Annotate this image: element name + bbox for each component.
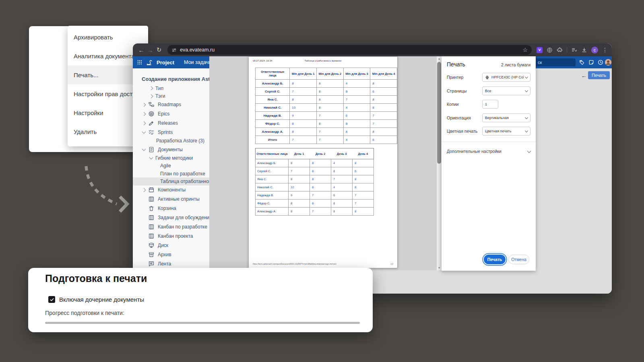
sidebar-item[interactable]: Epics (133, 109, 209, 119)
chevron-right-icon[interactable] (149, 94, 153, 98)
table-row: Александр Б.8848 (256, 159, 374, 167)
sidebar-item[interactable]: Releases (133, 119, 209, 128)
chevron-right-icon[interactable] (149, 86, 153, 90)
table-header-cell: День 2 (310, 148, 331, 159)
sidebar-item-label: Лента (158, 261, 171, 267)
browser-reload-button[interactable]: ↻ (155, 46, 163, 53)
app-grid-icon[interactable] (137, 60, 142, 65)
sidebar-item-label: Канбан по разработке (158, 224, 207, 230)
sidebar-item[interactable]: Гибкие методики (133, 154, 209, 162)
table-row: Яна С.8878 (256, 175, 374, 183)
sidebar-item[interactable]: Тэги (133, 92, 209, 100)
sidebar-item[interactable]: Лента (133, 259, 209, 269)
archive-icon (148, 251, 155, 258)
sidebar-item[interactable]: Задачи для обсуждения (133, 213, 209, 222)
print-setting-value: Цветная печать (485, 129, 524, 133)
chevron-right-icon[interactable] (142, 121, 146, 125)
browser-menu-icon[interactable]: ⋮ (602, 47, 608, 53)
page-back-arrow[interactable]: ← (581, 72, 587, 79)
ориентация-select[interactable]: Вертикальная (482, 113, 530, 122)
print-confirm-button[interactable]: Печать (484, 255, 506, 264)
notes-icon[interactable] (588, 59, 594, 67)
preview-scrollbar[interactable]: ▲ ▼ (437, 56, 442, 270)
sidebar-item[interactable]: План по разработке (133, 170, 209, 177)
extension-globe-icon[interactable] (547, 47, 553, 53)
url-text: eva.evateam.ru (180, 47, 215, 53)
downloads-icon[interactable] (581, 47, 587, 53)
doc-page-indicator: 1/2 (390, 263, 393, 265)
print-setting-row: СтраницыВсе (447, 86, 530, 95)
print-setting-label: Копии (447, 100, 458, 109)
checklist-icon (148, 129, 155, 136)
browser-profile-avatar[interactable]: c (591, 47, 598, 53)
chevron-right-icon[interactable] (142, 188, 146, 192)
chevron-right-icon[interactable] (142, 112, 146, 116)
chevron-down-icon[interactable] (149, 155, 153, 159)
app-product-name[interactable]: Project (157, 60, 174, 66)
calendar-icon (148, 187, 155, 193)
print-setting-row: ПринтерHPFCE43C (HP Color La: (447, 73, 530, 82)
app-sidebar: Создание приложения Astore ТипТэгиRoadma… (133, 68, 209, 270)
browser-back-button[interactable]: ← (137, 47, 146, 53)
print-cancel-button[interactable]: Отмена (508, 255, 529, 264)
sidebar-item[interactable]: Sprints (133, 128, 209, 137)
sidebar-item[interactable]: Канбан проекта (133, 232, 209, 241)
advanced-settings-toggle[interactable]: Дополнительные настройки (447, 146, 530, 156)
table-row: Фёдор С.8887 (256, 120, 397, 128)
print-setting-row: Копии1 (447, 100, 530, 109)
chevron-down-icon[interactable] (142, 147, 146, 151)
sidebar-item-label: Гибкие методики (155, 155, 193, 161)
app-page: ← Печать (536, 68, 612, 270)
disk-icon (148, 242, 155, 249)
sidebar-item[interactable]: Agile (133, 162, 209, 170)
bookmark-star-icon[interactable]: ☆ (522, 47, 528, 53)
extensions-puzzle-icon[interactable] (557, 47, 563, 53)
table-row: Фёдор С.8887 (256, 200, 374, 208)
evateam-logo (146, 58, 154, 66)
columns-icon (148, 196, 155, 202)
address-bar[interactable]: eva.evateam.ru ☆ (167, 45, 532, 55)
site-info-icon[interactable] (171, 47, 177, 53)
sidebar-item[interactable]: Roadmaps (133, 100, 209, 109)
sidebar-item-label: Тэги (155, 93, 165, 99)
sidebar-item[interactable]: Разработка Astore (3) (133, 137, 209, 145)
print-setting-value: 1 (485, 102, 495, 106)
nav-my-tasks[interactable]: Мои задачи (184, 60, 211, 65)
table-header-cell: Min для День 3 (343, 68, 370, 80)
history-icon[interactable] (597, 59, 604, 67)
sidebar-item[interactable]: Архив (133, 250, 209, 259)
sidebar-project-title[interactable]: Создание приложения Astore (133, 75, 209, 83)
sidebar-item-label: Архив (158, 252, 171, 257)
browser-forward-button[interactable]: → (146, 47, 155, 53)
sidebar-item[interactable]: Канбан по разработке (133, 222, 209, 232)
цветная-печать-select[interactable]: Цветная печать (482, 127, 530, 136)
принтер-select[interactable]: HPFCE43C (HP Color La: (482, 73, 530, 82)
sidebar-item[interactable]: Тип (133, 84, 209, 92)
sidebar-item[interactable]: Активные спринты (133, 195, 209, 204)
chevron-down-icon[interactable] (142, 130, 146, 134)
sidebar-item[interactable]: Компоненты (133, 185, 209, 195)
sidebar-item[interactable]: Корзина (133, 204, 209, 213)
sidebar-item-label: Корзина (158, 206, 176, 211)
notifications-tag-icon[interactable] (579, 59, 585, 67)
scrollbar-up-arrow[interactable]: ▲ (437, 56, 442, 61)
scrollbar-thumb[interactable] (437, 62, 441, 164)
include-children-label[interactable]: Включая дочерние документы (59, 296, 144, 303)
include-children-checkbox[interactable] (48, 296, 55, 303)
sidebar-item-label: Тип (155, 86, 163, 91)
sidebar-item-label: Документы (158, 147, 183, 152)
chevron-right-icon[interactable] (142, 103, 146, 107)
page-print-button[interactable]: Печать (588, 71, 610, 79)
reading-list-icon[interactable] (571, 47, 577, 53)
print-setting-label: Страницы (447, 86, 466, 95)
sidebar-item[interactable]: Документы (133, 145, 209, 154)
страницы-select[interactable]: Все (482, 86, 530, 95)
sheets-count: 2 листа бумаги (501, 62, 530, 67)
sidebar-item[interactable]: Таблица отработанного времени (133, 177, 209, 185)
scrollbar-down-arrow[interactable]: ▼ (437, 265, 442, 270)
user-avatar[interactable] (605, 59, 612, 68)
doc-footer-url: https://bcm.carbonsoft.ru/project/Docume… (253, 263, 336, 265)
copies-input[interactable]: 1 (482, 100, 498, 109)
sidebar-item[interactable]: Диск (133, 241, 209, 250)
extension-v-icon[interactable]: V (537, 47, 543, 53)
